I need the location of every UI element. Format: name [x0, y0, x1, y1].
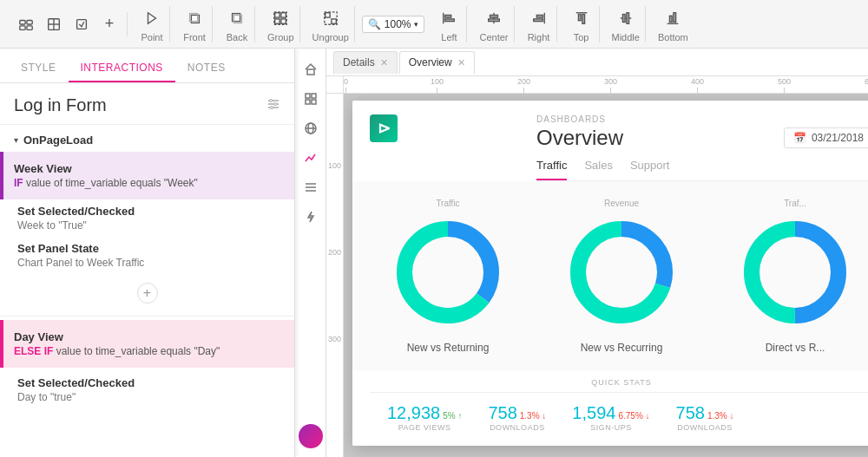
add-action-row: +	[0, 279, 294, 310]
bottom-align-group: Bottom	[653, 6, 694, 42]
frame-tool-2[interactable]	[42, 12, 66, 36]
set-panel-state-title: Set Panel State	[17, 242, 280, 255]
back-group: Back	[220, 6, 255, 42]
back-btn[interactable]	[225, 6, 249, 30]
stat-su-change: 6.75% ↓	[618, 411, 649, 421]
middle-label: Middle	[612, 32, 640, 42]
top-toolbar: + Point Front Back	[0, 0, 868, 49]
svg-rect-48	[306, 100, 310, 104]
ungroup-btn[interactable]	[319, 6, 343, 30]
stat-signups: 1,594 6.75% ↓ SIGN-UPS	[572, 403, 649, 432]
add-frame-btn[interactable]: +	[97, 12, 122, 36]
canvas-tabs: Details ✕ Overview ✕	[326, 49, 868, 76]
tab-sales[interactable]: Sales	[584, 159, 613, 180]
left-panel: STYLE INTERACTIONS NOTES Log in Form	[0, 49, 295, 457]
stat-pv-row: 12,938 5% ↑	[387, 403, 462, 423]
quick-stats-label: QUICK STATS	[370, 378, 868, 387]
chart-revenue: Revenue New vs Recurring	[543, 199, 700, 354]
tab-interactions[interactable]: INTERACTIONS	[69, 55, 175, 82]
svg-rect-14	[281, 12, 286, 16]
day-view-title: Day View	[14, 330, 266, 343]
set-selected-2-item[interactable]: Set Selected/Checked Day to "true"	[0, 371, 294, 408]
bottom-align-btn[interactable]	[661, 6, 685, 30]
tab-traffic[interactable]: Traffic	[536, 159, 567, 180]
svg-rect-1	[27, 20, 32, 24]
stat-downloads-2: 758 1.3% ↓ DOWNLOADS	[676, 403, 734, 432]
tab-support[interactable]: Support	[630, 159, 670, 180]
frame-tool-3[interactable]	[69, 12, 94, 36]
center-align-btn[interactable]	[482, 6, 506, 30]
settings-icon[interactable]	[266, 97, 280, 114]
set-panel-state-subtitle: Chart Panel to Week Traffic	[17, 257, 280, 269]
list-icon[interactable]	[299, 175, 323, 199]
canvas-tab-overview-close[interactable]: ✕	[457, 58, 465, 68]
svg-rect-19	[332, 18, 336, 23]
canvas-tab-overview-label: Overview	[409, 56, 452, 69]
group-btn[interactable]	[268, 6, 293, 30]
add-action-btn[interactable]: +	[137, 283, 158, 304]
point-btn[interactable]	[140, 6, 164, 30]
svg-point-44	[271, 106, 273, 108]
week-view-title: Week View	[14, 162, 266, 175]
canvas-tab-details[interactable]: Details ✕	[333, 51, 398, 74]
canvas-tab-details-label: Details	[343, 56, 375, 69]
chart-icon[interactable]	[299, 146, 323, 170]
bottom-label: Bottom	[658, 32, 688, 42]
divider	[0, 316, 294, 317]
right-align-btn[interactable]	[527, 6, 551, 30]
svg-marker-8	[148, 12, 156, 23]
point-label: Point	[141, 32, 162, 42]
day-view-block: Day View ELSE IF value to time_variable …	[0, 320, 294, 368]
dash-section-tabs: Traffic Sales Support	[536, 159, 868, 181]
svg-rect-16	[281, 18, 286, 23]
dash-title: Overview	[536, 126, 623, 150]
back-label: Back	[227, 32, 247, 42]
canvas-tab-details-close[interactable]: ✕	[380, 58, 388, 68]
top-align-group: Top	[564, 6, 600, 42]
chart-traffic: Traffic New vs Returning	[370, 199, 526, 354]
left-align-btn[interactable]	[437, 6, 461, 30]
user-avatar[interactable]	[299, 424, 323, 448]
calendar-icon: 📅	[793, 132, 806, 144]
dash-date[interactable]: 📅 03/21/2018	[784, 127, 868, 148]
chart-revenue-label-top: Revenue	[604, 199, 639, 208]
zoom-control[interactable]: 🔍 100% ▾	[362, 16, 425, 33]
set-panel-state-item[interactable]: Set Panel State Chart Panel to Week Traf…	[0, 237, 294, 274]
svg-rect-2	[20, 25, 25, 29]
ungroup-group: Ungroup	[307, 6, 355, 42]
frame-tool-1[interactable]	[14, 12, 38, 36]
svg-rect-35	[627, 12, 629, 23]
svg-rect-38	[674, 12, 676, 22]
stat-pv-change: 5% ↑	[443, 411, 462, 421]
svg-rect-22	[445, 15, 451, 17]
top-align-btn[interactable]	[569, 6, 594, 30]
panel-tabs: STYLE INTERACTIONS NOTES	[0, 49, 294, 83]
ruler-mark-300: 300	[604, 77, 617, 93]
point-icons-row	[140, 6, 164, 30]
svg-point-43	[274, 102, 277, 105]
tab-style[interactable]: STYLE	[9, 55, 69, 82]
front-btn[interactable]	[182, 6, 207, 30]
middle-align-btn[interactable]	[614, 6, 638, 30]
dash-main: DASHBOARDS Overview 📅 03/21/2018	[398, 114, 868, 181]
svg-rect-45	[307, 69, 314, 75]
day-view-item[interactable]: Day View ELSE IF value to time_variable …	[14, 325, 280, 362]
chart-direct-label-top: Traf...	[784, 199, 806, 208]
dash-nav: DASHBOARDS	[536, 114, 868, 124]
set-selected-1-item[interactable]: Set Selected/Checked Week to "True"	[0, 199, 294, 237]
grid-icon[interactable]	[299, 87, 323, 111]
home-icon[interactable]	[299, 57, 323, 82]
section-header-onpageload[interactable]: ▾ OnPageLoad	[0, 125, 294, 152]
globe-icon[interactable]	[299, 116, 323, 140]
chart-revenue-label-bottom: New vs Recurring	[581, 342, 663, 354]
chart-direct: Traf... Direct vs R...	[717, 199, 868, 354]
lightning-icon[interactable]	[299, 205, 323, 229]
tab-notes[interactable]: NOTES	[175, 55, 238, 82]
week-view-item[interactable]: Week View IF value of time_variable equa…	[14, 157, 280, 194]
svg-rect-28	[536, 15, 542, 17]
canvas-tab-overview[interactable]: Overview ✕	[399, 51, 475, 74]
stat-dl2-row: 758 1.3% ↓	[676, 403, 734, 423]
ruler-mark-400: 400	[691, 77, 704, 93]
stat-page-views: 12,938 5% ↑ PAGE VIEWS	[387, 403, 462, 432]
ungroup-label: Ungroup	[312, 32, 349, 42]
